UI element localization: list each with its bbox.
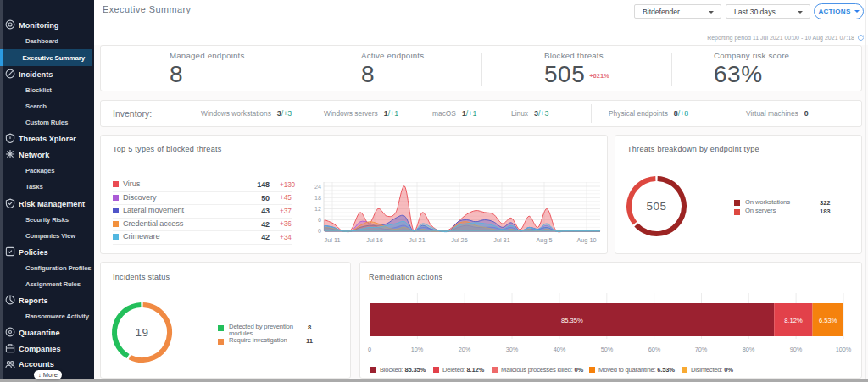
svg-text:85.35%: 85.35% <box>561 317 583 324</box>
svg-text:6: 6 <box>318 216 321 224</box>
svg-text:0: 0 <box>318 227 321 235</box>
svg-text:8.12%: 8.12% <box>784 317 803 324</box>
svg-text:505: 505 <box>646 200 666 213</box>
svg-text:19: 19 <box>135 326 148 339</box>
svg-text:6.53%: 6.53% <box>819 317 837 324</box>
svg-text:12: 12 <box>314 205 321 213</box>
svg-text:18: 18 <box>314 194 321 202</box>
svg-text:24: 24 <box>314 183 321 191</box>
